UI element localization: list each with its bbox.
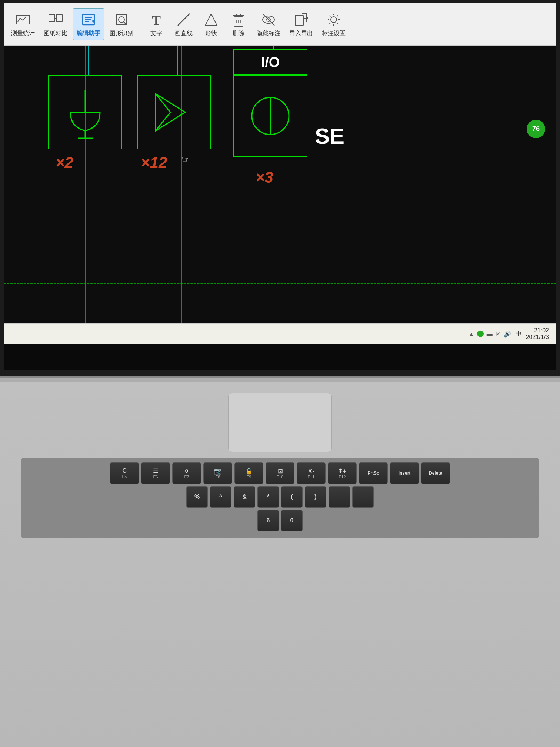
drawing-compare-icon (47, 11, 64, 29)
toolbar-divider-1 (140, 9, 140, 39)
toolbar-item-drawing-compare[interactable]: 图纸对比 (40, 9, 71, 40)
key-row-numbers: % ^ & * ( ) — (25, 486, 535, 508)
toolbar-item-import-export[interactable]: 导入导出 (286, 9, 317, 40)
toolbar-label-mark-settings: 标注设置 (322, 30, 346, 37)
svg-line-1 (18, 18, 20, 22)
toolbar-label-shape-recognize: 图形识别 (110, 30, 133, 37)
taskbar: ▲ ▬ ☒ 🔊 中 21:02 2021/1/3 (4, 323, 556, 344)
green-badge-text: 76 (532, 125, 540, 133)
toolbar-item-shape[interactable]: 形状 (198, 9, 224, 40)
taskbar-icon-2: ☒ (496, 331, 501, 338)
key-f6[interactable]: ☰ F6 (141, 462, 170, 484)
import-export-icon (292, 11, 310, 29)
key-caret[interactable]: ^ (210, 486, 231, 508)
toolbar: 测量统计 图纸对比 (4, 3, 556, 46)
symbol-1-box (48, 75, 122, 149)
key-c-f5[interactable]: C F5 (110, 462, 139, 484)
io-label-text: I/O (261, 54, 280, 70)
svg-rect-0 (16, 15, 30, 24)
se-text: SE (315, 123, 344, 149)
screen-bezel: 测量统计 图纸对比 (0, 0, 560, 378)
taskbar-icon-1: ▬ (487, 331, 493, 337)
symbol-3-box (233, 75, 307, 157)
taskbar-icons: ▲ ▬ ☒ 🔊 (469, 331, 511, 338)
taskbar-icon-3: 🔊 (504, 331, 511, 338)
toolbar-item-text[interactable]: T 文字 (143, 9, 169, 40)
edit-assistant-icon (80, 11, 97, 29)
svg-line-3 (23, 17, 26, 20)
key-plus[interactable]: + (352, 486, 374, 508)
io-label-box: I/O (233, 49, 307, 75)
grid-line-v4 (367, 46, 367, 323)
key-f8[interactable]: 📷 F8 (203, 462, 232, 484)
key-f7[interactable]: ✈ F7 (172, 462, 201, 484)
key-insert[interactable]: Insert (390, 462, 419, 484)
key-asterisk[interactable]: * (257, 486, 279, 508)
toolbar-label-import-export: 导入导出 (289, 30, 313, 37)
taskbar-time: 21:02 (534, 327, 549, 334)
touchpad[interactable] (228, 393, 332, 452)
toolbar-label-text: 文字 (150, 30, 162, 37)
toolbar-label-drawing-compare: 图纸对比 (44, 30, 67, 37)
toolbar-item-edit-assistant[interactable]: 编辑助手 (73, 8, 104, 40)
toolbar-label-shape: 形状 (205, 30, 217, 37)
key-f11[interactable]: ☀- F11 (297, 462, 326, 484)
key-row-fn: C F5 ☰ F6 ✈ F7 📷 F8 🔒 F9 (25, 462, 535, 484)
toolbar-item-draw-line[interactable]: 画直线 (171, 9, 197, 40)
keyboard: C F5 ☰ F6 ✈ F7 📷 F8 🔒 F9 (21, 458, 539, 538)
toolbar-label-hide-mark: 隐藏标注 (257, 30, 280, 37)
key-ampersand[interactable]: & (234, 486, 255, 508)
key-percent[interactable]: % (186, 486, 208, 508)
text-icon: T (147, 11, 165, 29)
svg-marker-17 (205, 14, 217, 26)
keyboard-area: C F5 ☰ F6 ✈ F7 📷 F8 🔒 F9 (0, 382, 560, 747)
hide-mark-icon (260, 11, 277, 29)
toolbar-label-edit-assistant: 编辑助手 (77, 30, 100, 37)
svg-rect-28 (295, 15, 303, 26)
key-f9[interactable]: 🔒 F9 (234, 462, 263, 484)
toolbar-item-shape-recognize[interactable]: 图形识别 (106, 9, 137, 40)
symbol-2-count: ×12 (141, 154, 167, 172)
taskbar-lang[interactable]: 中 (516, 330, 521, 338)
screen: 测量统计 图纸对比 (4, 3, 556, 370)
toolbar-item-mark-settings[interactable]: 标注设置 (318, 9, 349, 40)
shape-recognize-icon (113, 11, 130, 29)
key-delete[interactable]: Delete (421, 462, 450, 484)
svg-marker-11 (91, 20, 94, 23)
toolbar-label-measure-stats: 测量统计 (11, 30, 35, 37)
key-row-bottom: 6 0 (25, 510, 535, 531)
key-close-paren[interactable]: ) (305, 486, 326, 508)
symbol-3-container: I/O SE ×3 (233, 49, 307, 157)
symbol-1-count: ×2 (56, 154, 73, 172)
taskbar-clock: 21:02 2021/1/3 (526, 327, 549, 341)
taskbar-chevron-up[interactable]: ▲ (469, 331, 474, 337)
key-f10[interactable]: ⊡ F10 (266, 462, 294, 484)
symbol-2-container: ×12 (137, 75, 211, 149)
key-dash[interactable]: — (329, 486, 350, 508)
taskbar-green-dot (477, 331, 484, 337)
svg-text:T: T (152, 13, 161, 28)
cad-canvas[interactable]: ×2 ×12 (4, 46, 556, 323)
svg-line-2 (20, 18, 23, 20)
svg-line-14 (124, 22, 127, 25)
key-prtsc[interactable]: PrtSc (359, 462, 388, 484)
touchpad-area (228, 393, 332, 452)
symbol-3-count: ×3 (256, 169, 273, 186)
key-open-paren[interactable]: ( (281, 486, 303, 508)
key-f12[interactable]: ☀+ F12 (328, 462, 357, 484)
symbol-1-container: ×2 (48, 75, 122, 149)
svg-point-13 (119, 17, 124, 23)
symbol-2-box (137, 75, 211, 149)
dashed-line (4, 283, 556, 284)
taskbar-date: 2021/1/3 (526, 334, 549, 341)
svg-rect-5 (56, 14, 62, 22)
key-0[interactable]: 0 (281, 510, 303, 531)
svg-line-27 (263, 14, 274, 26)
key-6[interactable]: 6 (257, 510, 279, 531)
toolbar-item-delete[interactable]: 删除 (226, 9, 251, 40)
toolbar-item-measure-stats[interactable]: 测量统计 (7, 9, 39, 40)
toolbar-label-delete: 删除 (233, 30, 244, 37)
toolbar-label-draw-line: 画直线 (175, 30, 193, 37)
measure-stats-icon (14, 11, 32, 29)
toolbar-item-hide-mark[interactable]: 隐藏标注 (253, 9, 284, 40)
